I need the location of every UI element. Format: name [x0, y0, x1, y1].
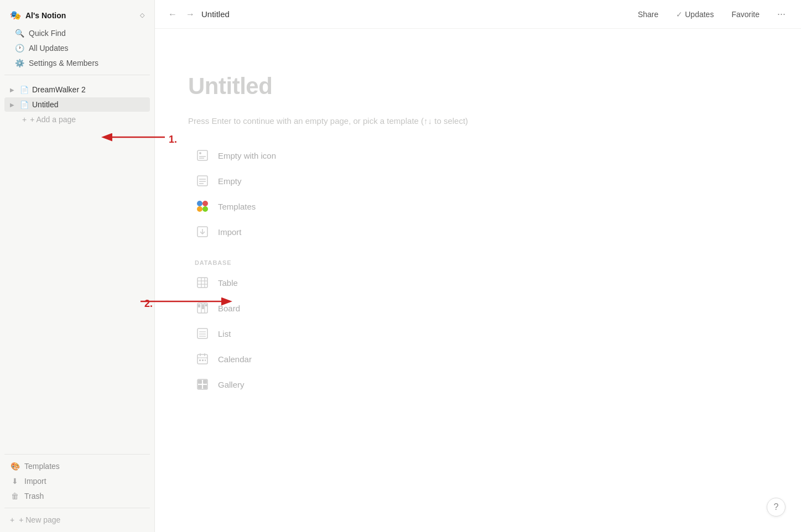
share-label: Share — [638, 10, 658, 19]
svg-rect-35 — [205, 359, 206, 361]
option-label: Templates — [218, 202, 256, 211]
trash-icon: 🗑 — [10, 492, 20, 500]
svg-point-1 — [199, 152, 201, 154]
workspace-chevron-icon: ◇ — [140, 12, 144, 19]
sidebar-divider-bottom — [4, 508, 150, 508]
page-icon: 📄 — [20, 101, 29, 109]
option-empty-with-icon[interactable]: Empty with icon — [188, 143, 376, 168]
add-page-button[interactable]: + + Add a page — [4, 112, 150, 127]
sidebar-divider — [4, 75, 150, 75]
back-button[interactable]: ← — [166, 7, 179, 22]
new-page-button[interactable]: + + New page — [4, 513, 150, 527]
svg-point-8 — [197, 201, 202, 206]
svg-point-9 — [202, 201, 208, 206]
help-button[interactable]: ? — [767, 498, 786, 517]
sidebar-item-quick-find[interactable]: 🔍 Quick Find — [9, 26, 145, 40]
new-page-label: + New page — [19, 515, 60, 524]
help-label: ? — [774, 502, 779, 512]
svg-rect-33 — [199, 359, 201, 361]
updates-label: Updates — [685, 10, 714, 19]
option-label: Import — [218, 227, 242, 237]
option-label: Board — [218, 304, 240, 313]
page-hint: Press Enter to continue with an empty pa… — [188, 116, 768, 126]
sidebar: 🎭 Al's Notion ◇ 🔍 Quick Find 🕐 All Updat… — [0, 0, 155, 532]
option-list[interactable]: List — [188, 321, 376, 346]
topbar-left: ← → Untitled — [166, 7, 230, 22]
add-page-label: + Add a page — [30, 115, 76, 124]
search-icon: 🔍 — [14, 29, 24, 38]
plus-icon: + — [22, 115, 27, 124]
empty-with-icon-icon — [195, 148, 210, 163]
clock-icon: 🕐 — [14, 44, 24, 53]
page-heading[interactable]: Untitled — [188, 73, 768, 100]
option-gallery[interactable]: Gallery — [188, 372, 376, 397]
workspace-name: Al's Notion — [25, 11, 136, 20]
option-table[interactable]: Table — [188, 270, 376, 295]
svg-rect-39 — [198, 385, 202, 389]
option-label: Empty with icon — [218, 151, 276, 160]
svg-rect-22 — [198, 304, 200, 307]
svg-rect-40 — [203, 385, 207, 389]
sidebar-bottom: 🎨 Templates ⬇ Import 🗑 Trash + + New pag… — [0, 445, 154, 532]
svg-point-11 — [202, 206, 208, 212]
gear-icon: ⚙️ — [14, 59, 24, 67]
option-label: Calendar — [218, 354, 252, 364]
option-label: Gallery — [218, 380, 245, 389]
sidebar-item-all-updates[interactable]: 🕐 All Updates — [9, 41, 145, 55]
workspace-header[interactable]: 🎭 Al's Notion ◇ — [4, 7, 150, 24]
sidebar-page-untitled[interactable]: ▶ 📄 Untitled — [4, 97, 150, 112]
option-empty[interactable]: Empty — [188, 169, 376, 193]
option-import[interactable]: Import — [188, 220, 376, 244]
import-icon — [195, 224, 210, 239]
database-option-list: Table Board — [188, 270, 768, 397]
share-button[interactable]: Share — [633, 8, 663, 21]
option-label: Table — [218, 278, 238, 288]
svg-rect-38 — [203, 380, 207, 384]
favorite-button[interactable]: Favorite — [727, 8, 764, 21]
plus-icon: + — [10, 515, 14, 524]
option-label: List — [218, 329, 231, 338]
option-label: Empty — [218, 176, 242, 186]
sidebar-item-settings[interactable]: ⚙️ Settings & Members — [9, 56, 145, 70]
sidebar-item-trash[interactable]: 🗑 Trash — [4, 489, 150, 503]
svg-rect-29 — [197, 354, 207, 364]
svg-rect-14 — [197, 278, 207, 288]
sidebar-item-import[interactable]: ⬇ Import — [4, 474, 150, 488]
sidebar-item-label: Trash — [24, 492, 44, 500]
more-options-button[interactable]: ··· — [773, 6, 790, 22]
sidebar-top: 🎭 Al's Notion ◇ 🔍 Quick Find 🕐 All Updat… — [0, 0, 154, 82]
topbar-right: Share ✓ Updates Favorite ··· — [633, 6, 790, 22]
option-calendar[interactable]: Calendar — [188, 347, 376, 371]
svg-rect-34 — [202, 359, 204, 361]
page-icon: 📄 — [20, 86, 29, 94]
topbar: ← → Untitled Share ✓ Updates Favorite ··… — [155, 0, 801, 29]
more-icon: ··· — [777, 8, 786, 19]
templates-icon — [195, 199, 210, 214]
main: ← → Untitled Share ✓ Updates Favorite ··… — [155, 0, 801, 532]
updates-button[interactable]: ✓ Updates — [672, 8, 718, 21]
sidebar-item-templates[interactable]: 🎨 Templates — [4, 459, 150, 473]
workspace-emoji: 🎭 — [10, 10, 21, 20]
option-board[interactable]: Board — [188, 296, 376, 320]
option-templates[interactable]: Templates — [188, 194, 376, 218]
chevron-right-icon: ▶ — [10, 87, 17, 93]
sidebar-page-dreamwalker2[interactable]: ▶ 📄 DreamWalker 2 — [4, 82, 150, 97]
svg-rect-24 — [205, 304, 207, 306]
sidebar-pages: ▶ 📄 DreamWalker 2 ▶ 📄 Untitled + + Add a… — [0, 82, 154, 445]
table-icon — [195, 275, 210, 290]
sidebar-item-label: Settings & Members — [29, 59, 98, 67]
option-list: Empty with icon Empty — [188, 143, 768, 244]
content-area: Untitled Press Enter to continue with an… — [155, 29, 801, 532]
board-icon — [195, 300, 210, 316]
sidebar-nav: 🔍 Quick Find 🕐 All Updates ⚙️ Settings &… — [4, 26, 150, 70]
forward-button[interactable]: → — [184, 7, 197, 22]
templates-icon: 🎨 — [10, 462, 20, 471]
calendar-icon — [195, 351, 210, 367]
svg-text:1.: 1. — [169, 134, 177, 145]
sidebar-item-label: Quick Find — [29, 29, 66, 38]
svg-point-10 — [197, 206, 202, 212]
database-section-label: DATABASE — [188, 259, 768, 266]
page-label: Untitled — [32, 100, 58, 109]
check-icon: ✓ — [676, 10, 683, 19]
svg-rect-37 — [198, 380, 202, 384]
